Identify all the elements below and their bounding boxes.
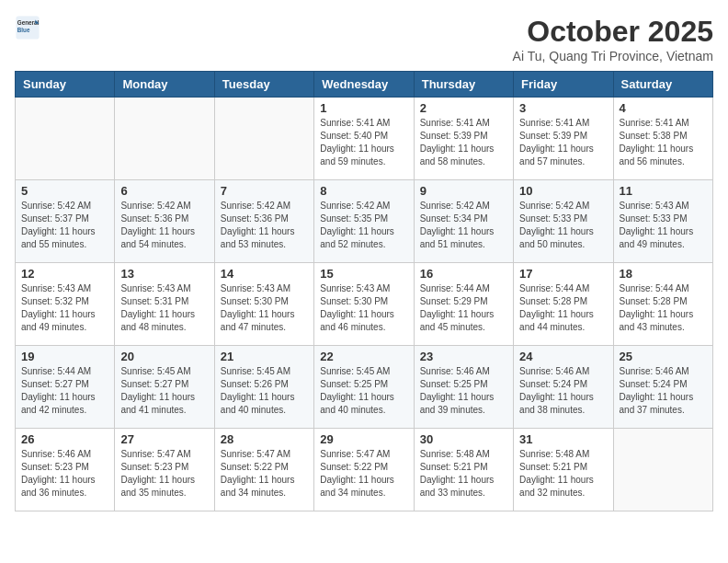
day-info: Sunrise: 5:41 AM Sunset: 5:39 PM Dayligh… — [519, 117, 607, 168]
calendar-cell: 23Sunrise: 5:46 AM Sunset: 5:25 PM Dayli… — [414, 346, 513, 429]
page-header: General Blue October 2025 Ai Tu, Quang T… — [15, 15, 713, 63]
day-info: Sunrise: 5:46 AM Sunset: 5:24 PM Dayligh… — [519, 365, 607, 417]
day-number: 27 — [120, 432, 208, 446]
calendar-cell: 30Sunrise: 5:48 AM Sunset: 5:21 PM Dayli… — [414, 429, 513, 511]
calendar-cell: 3Sunrise: 5:41 AM Sunset: 5:39 PM Daylig… — [514, 98, 613, 180]
calendar-cell: 4Sunrise: 5:41 AM Sunset: 5:38 PM Daylig… — [613, 98, 712, 180]
calendar-cell: 24Sunrise: 5:46 AM Sunset: 5:24 PM Dayli… — [514, 346, 613, 429]
calendar-cell: 8Sunrise: 5:42 AM Sunset: 5:35 PM Daylig… — [314, 180, 414, 263]
calendar-cell: 2Sunrise: 5:41 AM Sunset: 5:39 PM Daylig… — [414, 98, 513, 180]
calendar-cell: 15Sunrise: 5:43 AM Sunset: 5:30 PM Dayli… — [314, 263, 414, 346]
day-number: 12 — [21, 267, 108, 281]
day-number: 29 — [320, 432, 407, 446]
calendar-week-3: 12Sunrise: 5:43 AM Sunset: 5:32 PM Dayli… — [16, 263, 713, 346]
calendar-cell: 12Sunrise: 5:43 AM Sunset: 5:32 PM Dayli… — [16, 263, 115, 346]
calendar-cell: 25Sunrise: 5:46 AM Sunset: 5:24 PM Dayli… — [613, 346, 712, 429]
calendar-cell — [214, 98, 313, 180]
day-info: Sunrise: 5:44 AM Sunset: 5:27 PM Dayligh… — [21, 365, 108, 417]
day-number: 5 — [21, 184, 108, 198]
calendar-cell: 5Sunrise: 5:42 AM Sunset: 5:37 PM Daylig… — [16, 180, 115, 263]
day-number: 19 — [21, 350, 108, 363]
day-info: Sunrise: 5:43 AM Sunset: 5:33 PM Dayligh… — [620, 200, 707, 251]
day-number: 28 — [221, 432, 308, 446]
calendar-cell: 14Sunrise: 5:43 AM Sunset: 5:30 PM Dayli… — [214, 263, 313, 346]
day-info: Sunrise: 5:45 AM Sunset: 5:27 PM Dayligh… — [120, 365, 208, 417]
column-header-friday: Friday — [514, 72, 613, 98]
day-number: 31 — [519, 432, 607, 446]
calendar-cell: 10Sunrise: 5:42 AM Sunset: 5:33 PM Dayli… — [514, 180, 613, 263]
calendar-cell: 18Sunrise: 5:44 AM Sunset: 5:28 PM Dayli… — [613, 263, 712, 346]
day-number: 11 — [620, 184, 707, 198]
calendar-cell: 31Sunrise: 5:48 AM Sunset: 5:21 PM Dayli… — [514, 429, 613, 511]
day-info: Sunrise: 5:43 AM Sunset: 5:30 PM Dayligh… — [320, 282, 407, 334]
day-number: 15 — [320, 267, 407, 281]
day-info: Sunrise: 5:46 AM Sunset: 5:23 PM Dayligh… — [21, 448, 108, 500]
day-number: 18 — [620, 267, 707, 281]
calendar-week-2: 5Sunrise: 5:42 AM Sunset: 5:37 PM Daylig… — [16, 180, 713, 263]
day-number: 2 — [420, 101, 507, 115]
day-number: 13 — [120, 267, 208, 281]
day-number: 14 — [221, 267, 308, 281]
day-number: 25 — [620, 350, 707, 363]
calendar-cell: 28Sunrise: 5:47 AM Sunset: 5:22 PM Dayli… — [214, 429, 313, 511]
day-info: Sunrise: 5:48 AM Sunset: 5:21 PM Dayligh… — [420, 448, 507, 500]
column-header-monday: Monday — [115, 72, 214, 98]
day-info: Sunrise: 5:42 AM Sunset: 5:36 PM Dayligh… — [120, 200, 208, 251]
day-number: 1 — [320, 101, 407, 115]
day-info: Sunrise: 5:41 AM Sunset: 5:40 PM Dayligh… — [320, 117, 407, 168]
day-info: Sunrise: 5:43 AM Sunset: 5:30 PM Dayligh… — [221, 282, 308, 334]
column-header-saturday: Saturday — [613, 72, 712, 98]
calendar-cell: 19Sunrise: 5:44 AM Sunset: 5:27 PM Dayli… — [16, 346, 115, 429]
column-header-tuesday: Tuesday — [214, 72, 313, 98]
day-info: Sunrise: 5:43 AM Sunset: 5:31 PM Dayligh… — [120, 282, 208, 334]
day-info: Sunrise: 5:44 AM Sunset: 5:28 PM Dayligh… — [620, 282, 707, 334]
day-number: 4 — [620, 101, 707, 115]
calendar-cell: 13Sunrise: 5:43 AM Sunset: 5:31 PM Dayli… — [115, 263, 214, 346]
calendar-cell: 17Sunrise: 5:44 AM Sunset: 5:28 PM Dayli… — [514, 263, 613, 346]
calendar-cell: 11Sunrise: 5:43 AM Sunset: 5:33 PM Dayli… — [613, 180, 712, 263]
calendar-cell: 27Sunrise: 5:47 AM Sunset: 5:23 PM Dayli… — [115, 429, 214, 511]
calendar-cell: 20Sunrise: 5:45 AM Sunset: 5:27 PM Dayli… — [115, 346, 214, 429]
day-info: Sunrise: 5:47 AM Sunset: 5:22 PM Dayligh… — [221, 448, 308, 500]
calendar-week-4: 19Sunrise: 5:44 AM Sunset: 5:27 PM Dayli… — [16, 346, 713, 429]
svg-text:Blue: Blue — [17, 27, 30, 33]
day-info: Sunrise: 5:46 AM Sunset: 5:25 PM Dayligh… — [420, 365, 507, 417]
calendar-cell: 22Sunrise: 5:45 AM Sunset: 5:25 PM Dayli… — [314, 346, 414, 429]
day-number: 30 — [420, 432, 507, 446]
day-info: Sunrise: 5:41 AM Sunset: 5:39 PM Dayligh… — [420, 117, 507, 168]
day-info: Sunrise: 5:46 AM Sunset: 5:24 PM Dayligh… — [620, 365, 707, 417]
day-number: 20 — [120, 350, 208, 363]
day-info: Sunrise: 5:41 AM Sunset: 5:38 PM Dayligh… — [620, 117, 707, 168]
day-info: Sunrise: 5:45 AM Sunset: 5:25 PM Dayligh… — [320, 365, 407, 417]
calendar-cell: 21Sunrise: 5:45 AM Sunset: 5:26 PM Dayli… — [214, 346, 313, 429]
day-info: Sunrise: 5:42 AM Sunset: 5:36 PM Dayligh… — [221, 200, 308, 251]
calendar-cell: 9Sunrise: 5:42 AM Sunset: 5:34 PM Daylig… — [414, 180, 513, 263]
calendar-cell: 26Sunrise: 5:46 AM Sunset: 5:23 PM Dayli… — [16, 429, 115, 511]
day-number: 22 — [320, 350, 407, 363]
day-info: Sunrise: 5:48 AM Sunset: 5:21 PM Dayligh… — [519, 448, 607, 500]
day-number: 6 — [120, 184, 208, 198]
day-number: 26 — [21, 432, 108, 446]
day-number: 16 — [420, 267, 507, 281]
day-info: Sunrise: 5:47 AM Sunset: 5:22 PM Dayligh… — [320, 448, 407, 500]
calendar-table: SundayMondayTuesdayWednesdayThursdayFrid… — [15, 71, 713, 511]
logo: General Blue — [15, 15, 40, 40]
calendar-cell: 29Sunrise: 5:47 AM Sunset: 5:22 PM Dayli… — [314, 429, 414, 511]
column-header-sunday: Sunday — [16, 72, 115, 98]
day-info: Sunrise: 5:45 AM Sunset: 5:26 PM Dayligh… — [221, 365, 308, 417]
day-number: 10 — [519, 184, 607, 198]
calendar-cell: 1Sunrise: 5:41 AM Sunset: 5:40 PM Daylig… — [314, 98, 414, 180]
day-info: Sunrise: 5:44 AM Sunset: 5:29 PM Dayligh… — [420, 282, 507, 334]
day-info: Sunrise: 5:44 AM Sunset: 5:28 PM Dayligh… — [519, 282, 607, 334]
day-info: Sunrise: 5:42 AM Sunset: 5:33 PM Dayligh… — [519, 200, 607, 251]
calendar-cell: 16Sunrise: 5:44 AM Sunset: 5:29 PM Dayli… — [414, 263, 513, 346]
calendar-header-row: SundayMondayTuesdayWednesdayThursdayFrid… — [16, 72, 713, 98]
calendar-cell — [115, 98, 214, 180]
day-number: 21 — [221, 350, 308, 363]
column-header-thursday: Thursday — [414, 72, 513, 98]
day-number: 7 — [221, 184, 308, 198]
day-number: 8 — [320, 184, 407, 198]
calendar-cell — [613, 429, 712, 511]
location: Ai Tu, Quang Tri Province, Vietnam — [513, 49, 713, 63]
day-number: 9 — [420, 184, 507, 198]
